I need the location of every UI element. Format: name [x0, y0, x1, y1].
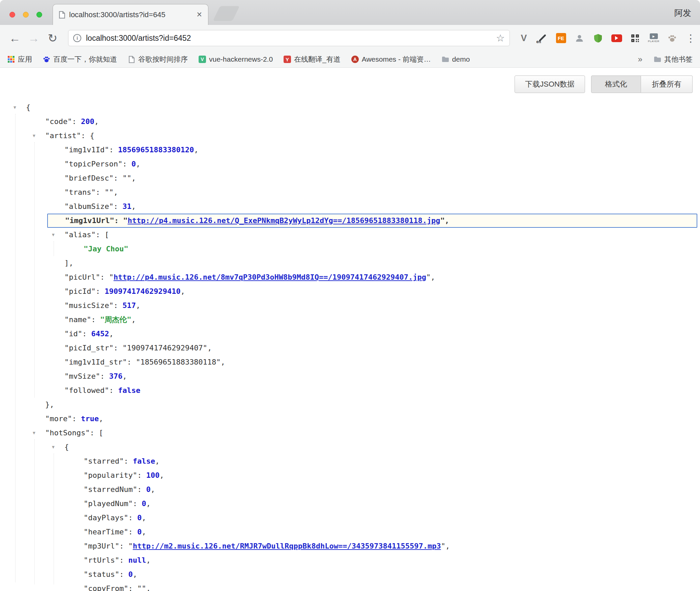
bookmark-demo-folder[interactable]: demo [442, 55, 470, 63]
collapse-arrow-icon[interactable]: ▼ [52, 440, 55, 454]
json-url-link[interactable]: http://p4.music.126.net/Q_ExePNkmqB2yWyL… [127, 216, 440, 225]
json-line: "mp3Url": "http://m2.music.126.net/RMJR7… [0, 539, 700, 553]
json-token: , [122, 372, 127, 380]
bookmark-baidu[interactable]: 百度一下，你就知道 [43, 55, 117, 64]
json-token: : [114, 301, 123, 310]
minimize-window-button[interactable] [23, 12, 29, 18]
format-button[interactable]: 格式化 [591, 75, 641, 93]
json-token: "19097417462929407" [122, 344, 207, 352]
json-token: , [221, 358, 225, 366]
json-line: "id": 6452, [0, 327, 700, 341]
json-token: "rtUrls" [84, 556, 119, 564]
json-token: , [142, 528, 146, 536]
json-token: { [26, 103, 30, 112]
youdao-pen-extension-icon[interactable]: en [533, 28, 552, 48]
close-window-button[interactable] [9, 12, 15, 18]
json-token: "copyFrom" [84, 584, 128, 591]
youtube-extension-icon[interactable] [607, 28, 626, 48]
awesomes-icon: A [351, 56, 359, 63]
profile-name: 阿发 [674, 7, 691, 19]
bookmark-label: vue-hackernews-2.0 [209, 55, 273, 63]
vimium-extension-icon[interactable]: V [515, 28, 533, 48]
site-info-icon[interactable]: i [73, 34, 81, 42]
paw-extension-icon[interactable] [663, 28, 681, 48]
json-token: 19097417462929410 [105, 287, 180, 296]
collapse-arrow-icon[interactable]: ▼ [33, 129, 35, 143]
vue-icon: V [199, 56, 206, 63]
json-token: "img1v1Id" [64, 146, 109, 154]
collapse-arrow-icon[interactable]: ▼ [13, 100, 16, 115]
tab-close-icon[interactable]: × [197, 10, 202, 19]
zoom-window-button[interactable] [36, 12, 42, 18]
json-token: : [133, 499, 142, 508]
bookmark-vue-hackernews[interactable]: V vue-hackernews-2.0 [199, 55, 273, 63]
json-token: true [81, 414, 99, 423]
json-token: 0 [137, 528, 142, 536]
other-bookmarks-folder[interactable]: 其他书签 [654, 55, 693, 64]
shield-icon [593, 34, 603, 43]
bookmark-youdao-translate[interactable]: Y 在线翻译_有道 [284, 55, 341, 64]
json-token: "" [122, 174, 132, 182]
json-token: "status" [84, 570, 119, 579]
reload-button[interactable]: ↻ [45, 31, 61, 45]
new-tab-button[interactable] [213, 6, 239, 21]
browser-menu-button[interactable]: ⋮ [681, 28, 700, 48]
json-token: , [155, 457, 159, 465]
json-token: , [146, 499, 150, 508]
back-button[interactable]: ← [7, 32, 23, 45]
json-line: "starredNum": 0, [0, 483, 700, 497]
json-token: : [119, 570, 128, 579]
tab-strip: localhost:3000/artists?id=645 × 阿发 [0, 0, 700, 25]
json-token: "code" [45, 117, 72, 126]
json-token: , [132, 202, 136, 211]
json-token: "starred" [84, 457, 124, 465]
json-line: ▼"alias": [ [0, 228, 700, 242]
bookmark-star-icon[interactable]: ☆ [496, 32, 505, 44]
collapse-arrow-icon[interactable]: ▼ [52, 228, 55, 242]
kebab-menu-icon: ⋮ [686, 32, 696, 44]
json-url-link[interactable]: http://m2.music.126.net/RMJR7wDullRqppBk… [133, 542, 441, 550]
collapse-all-button[interactable]: 折叠所有 [641, 75, 693, 93]
json-token: 200 [81, 117, 94, 126]
browser-tab[interactable]: localhost:3000/artists?id=645 × [53, 4, 208, 25]
json-line: "popularity": 100, [0, 468, 700, 483]
json-token: : [96, 287, 105, 296]
bookmark-label: Awesomes - 前端资… [362, 55, 431, 64]
collapse-arrow-icon[interactable]: ▼ [33, 426, 35, 440]
fe-extension-icon[interactable]: FE [552, 28, 570, 48]
json-token: 18569651883380120 [118, 146, 194, 154]
bookmark-awesomes[interactable]: A Awesomes - 前端资… [351, 55, 431, 64]
json-token: , [114, 188, 118, 196]
qr-code-extension-icon[interactable] [626, 28, 644, 48]
shield-extension-icon[interactable] [589, 28, 607, 48]
bookmark-apps[interactable]: 应用 [7, 55, 32, 64]
player-extension-icon[interactable]: ▶ PLAYER [644, 28, 663, 48]
download-json-button[interactable]: 下载JSON数据 [515, 75, 585, 93]
json-token: : [114, 216, 123, 225]
json-line: "status": 0, [0, 567, 700, 582]
profile-person-extension-icon[interactable] [570, 28, 589, 48]
json-token: : [90, 429, 99, 437]
forward-button[interactable]: → [26, 32, 42, 45]
bookmark-label: 应用 [18, 55, 32, 64]
json-token: "playedNum" [84, 499, 133, 508]
json-token: "hotSongs" [45, 429, 90, 437]
json-url-link[interactable]: http://p4.music.126.net/8mv7qP30Pd3oHW8b… [114, 273, 426, 281]
json-line: ], [0, 256, 700, 270]
json-token: " [441, 542, 445, 550]
json-token: : [128, 584, 137, 591]
json-tree: ▼{"code": 200,▼"artist": {"img1v1Id": 18… [0, 100, 700, 591]
bookmarks-overflow-button[interactable]: » [638, 55, 642, 64]
json-token: : [114, 174, 123, 182]
json-token: "trans" [64, 188, 96, 196]
json-token: null [128, 556, 146, 564]
json-token: "" [105, 188, 114, 196]
youdao-icon: Y [284, 56, 291, 63]
json-token: "more" [45, 414, 72, 423]
navigation-toolbar: ← → ↻ i localhost:3000/artists?id=6452 ☆… [0, 25, 700, 51]
json-token: "picId_str" [64, 344, 114, 352]
json-token: [ [105, 230, 109, 239]
bookmark-google-sort[interactable]: 谷歌按时间排序 [128, 55, 188, 64]
address-bar[interactable]: i localhost:3000/artists?id=6452 ☆ [68, 30, 510, 46]
json-token: "popularity" [84, 471, 137, 479]
